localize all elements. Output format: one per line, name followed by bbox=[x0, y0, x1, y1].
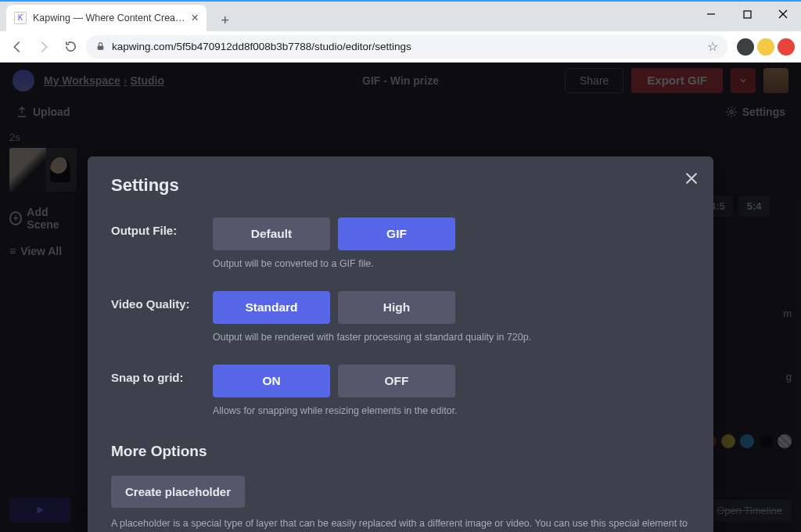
create-placeholder-button[interactable]: Create placeholder bbox=[111, 476, 245, 508]
quality-option-high[interactable]: High bbox=[338, 291, 455, 324]
bookmark-star-icon[interactable]: ☆ bbox=[707, 39, 718, 54]
output-hint: Output will be converted to a GIF file. bbox=[213, 258, 690, 269]
close-modal-button[interactable] bbox=[684, 171, 699, 186]
output-option-default[interactable]: Default bbox=[213, 217, 330, 250]
lock-icon bbox=[95, 41, 106, 52]
snap-hint: Allows for snapping while resizing eleme… bbox=[213, 405, 690, 416]
more-options-heading: More Options bbox=[111, 443, 690, 460]
window-minimize-button[interactable] bbox=[693, 2, 729, 27]
output-option-gif[interactable]: GIF bbox=[338, 217, 455, 250]
svg-rect-4 bbox=[98, 45, 104, 49]
snap-option-on[interactable]: ON bbox=[213, 365, 330, 397]
favicon-icon: K bbox=[14, 12, 27, 24]
placeholder-hint: A placeholder is a special type of layer… bbox=[111, 517, 690, 532]
window-close-button[interactable] bbox=[765, 2, 801, 27]
quality-hint: Output will be rendered with faster proc… bbox=[213, 332, 690, 343]
url-text: kapwing.com/5f5b470912dd8f008b3b7788/stu… bbox=[112, 41, 411, 52]
snap-to-grid-label: Snap to grid: bbox=[111, 365, 213, 384]
new-tab-button[interactable]: + bbox=[214, 9, 236, 31]
window-maximize-button[interactable] bbox=[729, 2, 765, 27]
extensions-icon[interactable] bbox=[737, 38, 754, 56]
close-tab-icon[interactable]: × bbox=[192, 11, 199, 25]
tab-title: Kapwing — Where Content Crea… bbox=[33, 13, 185, 23]
settings-modal: Settings Output File: Default GIF Output… bbox=[88, 156, 713, 532]
video-quality-label: Video Quality: bbox=[111, 291, 213, 311]
browser-tab[interactable]: K Kapwing — Where Content Crea… × bbox=[6, 5, 207, 31]
nav-back-button[interactable] bbox=[6, 36, 28, 58]
quality-option-standard[interactable]: Standard bbox=[213, 291, 330, 324]
modal-title: Settings bbox=[111, 175, 690, 196]
extension-icon[interactable] bbox=[778, 38, 795, 56]
svg-rect-1 bbox=[744, 11, 751, 18]
url-bar[interactable]: kapwing.com/5f5b470912dd8f008b3b7788/stu… bbox=[86, 35, 727, 59]
nav-forward-button[interactable] bbox=[33, 36, 55, 58]
nav-reload-button[interactable] bbox=[59, 36, 81, 58]
snap-option-off[interactable]: OFF bbox=[338, 365, 455, 397]
extension-icon[interactable] bbox=[757, 38, 774, 56]
output-file-label: Output File: bbox=[111, 217, 213, 237]
